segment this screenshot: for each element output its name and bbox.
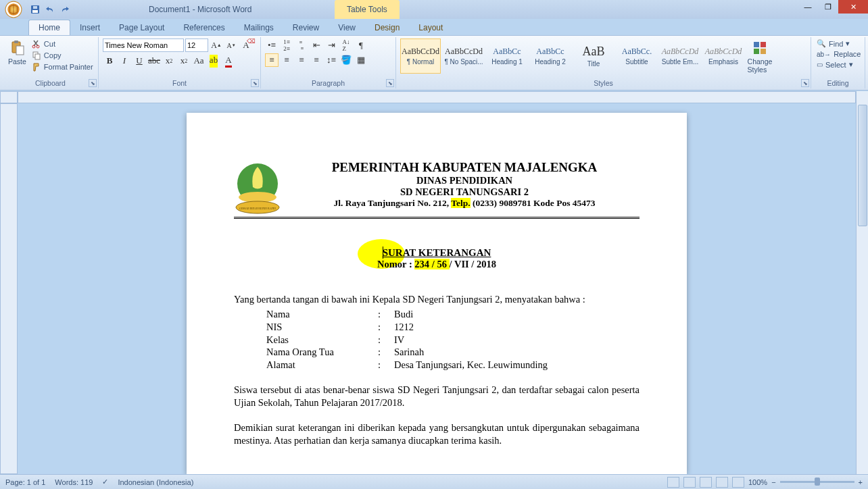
font-launcher[interactable]: ⬊ — [251, 79, 259, 87]
bold-button[interactable]: B — [103, 54, 116, 68]
font-color-button[interactable]: A — [222, 54, 235, 68]
italic-button[interactable]: I — [118, 54, 131, 68]
page[interactable]: GEMAH RIPAH REPEH RAPIH PEMERINTAH KABUP… — [187, 113, 687, 474]
zoom-in-button[interactable]: + — [859, 478, 863, 486]
align-right-button[interactable]: ≡ — [295, 53, 308, 67]
table-tools-tab: Table Tools — [335, 0, 400, 19]
align-center-button[interactable]: ≡ — [280, 53, 293, 67]
svg-rect-6 — [14, 41, 18, 43]
tab-references[interactable]: References — [174, 20, 234, 35]
full-screen-view-button[interactable] — [683, 477, 696, 488]
numbering-button[interactable]: 1≡2≡ — [280, 38, 293, 52]
paste-label: Paste — [8, 57, 26, 66]
vertical-scrollbar[interactable] — [856, 91, 868, 474]
status-proofing-icon[interactable]: ✓ — [102, 478, 108, 486]
copy-button[interactable]: Copy — [30, 50, 95, 61]
tab-home[interactable]: Home — [28, 20, 70, 35]
strikethrough-button[interactable]: abc — [147, 54, 161, 68]
font-name-select[interactable] — [103, 38, 184, 52]
close-button[interactable]: ✕ — [838, 0, 868, 14]
underline-button[interactable]: U — [132, 54, 146, 68]
tab-design[interactable]: Design — [365, 20, 409, 35]
doc-nomor: Nomor : 234 / 56 / VII / 2018 — [234, 259, 640, 270]
cut-button[interactable]: Cut — [30, 38, 95, 49]
paragraph-launcher[interactable]: ⬊ — [386, 79, 394, 87]
web-layout-view-button[interactable] — [700, 477, 712, 488]
grow-font-icon[interactable]: A▲ — [210, 38, 223, 52]
tab-layout[interactable]: Layout — [409, 20, 452, 35]
zoom-slider-thumb[interactable] — [815, 478, 820, 486]
zoom-slider[interactable] — [780, 481, 854, 483]
status-page[interactable]: Page: 1 of 1 — [5, 478, 45, 486]
kop-line3: SD NEGERI TANUNGSARI 2 — [289, 186, 640, 198]
zoom-out-button[interactable]: − — [771, 478, 775, 486]
ruler-corner[interactable] — [0, 91, 18, 103]
styles-launcher[interactable]: ⬊ — [801, 79, 809, 87]
clipboard-launcher[interactable]: ⬊ — [89, 79, 97, 87]
document-area[interactable]: GEMAH RIPAH REPEH RAPIH PEMERINTAH KABUP… — [18, 103, 856, 474]
save-icon[interactable] — [30, 4, 41, 15]
table-row: Nama Orang Tua:Sarinah — [266, 346, 640, 359]
align-left-button[interactable]: ≡ — [265, 53, 279, 67]
paste-button[interactable]: Paste — [7, 38, 28, 67]
tab-page-layout[interactable]: Page Layout — [110, 20, 174, 35]
change-styles-button[interactable]: Change Styles — [746, 38, 773, 75]
shading-button[interactable]: 🪣 — [339, 53, 353, 67]
replace-button[interactable]: ab→Replace — [815, 49, 862, 59]
tab-insert[interactable]: Insert — [70, 20, 110, 35]
office-button[interactable] — [1, 0, 26, 19]
clipboard-group-label: Clipboard — [7, 78, 94, 87]
style--normal[interactable]: AaBbCcDd¶ Normal — [400, 38, 441, 74]
maximize-button[interactable]: ❐ — [818, 0, 838, 14]
clear-format-icon[interactable]: A⌫ — [239, 38, 253, 52]
superscript-button[interactable]: x2 — [177, 54, 191, 68]
status-words[interactable]: Words: 119 — [55, 478, 93, 486]
style-title[interactable]: AaBTitle — [573, 38, 614, 74]
outline-view-button[interactable] — [716, 477, 728, 488]
style--no-spaci-[interactable]: AaBbCcDd¶ No Spaci... — [443, 38, 484, 74]
style-emphasis[interactable]: AaBbCcDdEmphasis — [703, 38, 744, 74]
tab-review[interactable]: Review — [283, 20, 329, 35]
kop-line4: Jl. Raya Tanjungsari No. 212, Telp. (023… — [289, 198, 640, 209]
doc-p3: Demikian surat keterangan ini diberikan … — [234, 421, 640, 447]
font-size-select[interactable] — [185, 38, 208, 52]
style-subtle-em-[interactable]: AaBbCcDdSubtle Em... — [660, 38, 700, 74]
svg-rect-14 — [754, 49, 759, 54]
doc-title: SURAT KETERANGAN — [234, 247, 640, 259]
shrink-font-icon[interactable]: A▼ — [224, 38, 238, 52]
style-subtitle[interactable]: AaBbCc.Subtitle — [617, 38, 657, 74]
undo-icon[interactable] — [45, 4, 55, 15]
style-heading-2[interactable]: AaBbCcHeading 2 — [530, 38, 571, 74]
line-spacing-button[interactable]: ↕≡ — [324, 53, 338, 67]
decrease-indent-button[interactable]: ⇤ — [310, 38, 323, 52]
print-layout-view-button[interactable] — [667, 477, 679, 488]
select-button[interactable]: ▭Select ▾ — [815, 59, 854, 70]
sort-button[interactable]: A↓Z — [339, 38, 353, 52]
svg-rect-11 — [35, 54, 40, 59]
bullets-button[interactable]: •≡ — [265, 38, 279, 52]
change-case-button[interactable]: Aa — [192, 54, 206, 68]
status-language[interactable]: Indonesian (Indonesia) — [118, 478, 193, 486]
minimize-button[interactable]: — — [798, 0, 818, 14]
tab-mailings[interactable]: Mailings — [235, 20, 283, 35]
multilevel-list-button[interactable]: ≡ ≡ — [295, 38, 308, 52]
horizontal-ruler[interactable] — [18, 91, 856, 103]
borders-button[interactable]: ▦ — [354, 53, 368, 67]
scroll-thumb[interactable] — [858, 105, 867, 226]
logo-image: GEMAH RIPAH REPEH RAPIH — [234, 160, 281, 214]
find-button[interactable]: 🔍Find ▾ — [815, 38, 851, 49]
editing-group-label: Editing — [815, 78, 861, 87]
tab-view[interactable]: View — [329, 20, 365, 35]
svg-rect-3 — [32, 10, 38, 13]
vertical-ruler[interactable] — [0, 103, 18, 474]
zoom-level[interactable]: 100% — [748, 478, 767, 486]
style-heading-1[interactable]: AaBbCcHeading 1 — [487, 38, 527, 74]
increase-indent-button[interactable]: ⇥ — [324, 38, 338, 52]
highlight-button[interactable]: ab — [207, 54, 220, 68]
justify-button[interactable]: ≡ — [310, 53, 323, 67]
draft-view-button[interactable] — [732, 477, 744, 488]
show-hide-button[interactable]: ¶ — [354, 38, 368, 52]
subscript-button[interactable]: x2 — [162, 54, 176, 68]
redo-icon[interactable] — [59, 4, 70, 15]
format-painter-button[interactable]: Format Painter — [30, 61, 95, 72]
